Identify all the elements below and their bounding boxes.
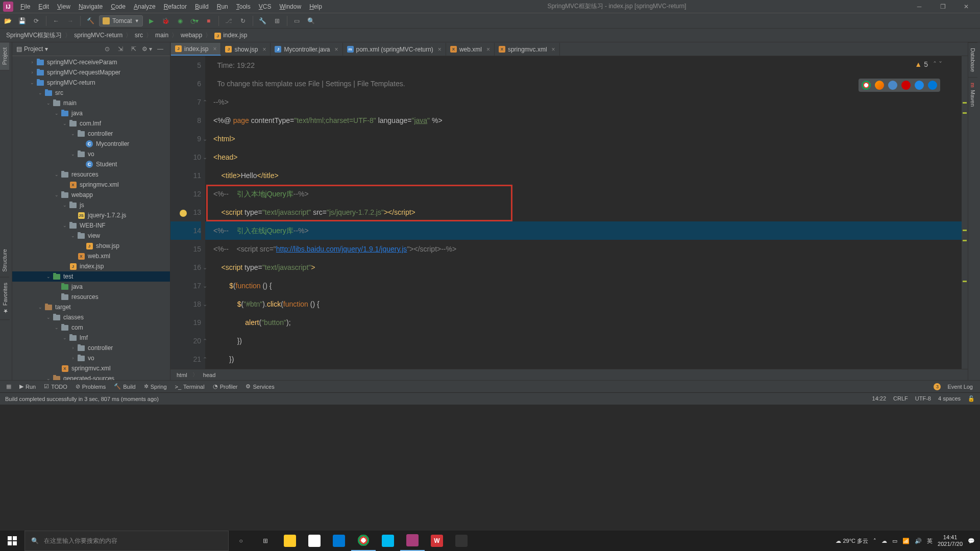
open-icon[interactable]: 📂 [2,15,13,27]
menu-build[interactable]: Build [191,0,213,13]
breadcrumb-item[interactable]: Jindex.jsp [213,32,248,39]
task-view-icon[interactable]: ⊞ [253,531,278,551]
menu-refactor[interactable]: Refactor [160,0,191,13]
run-button[interactable]: ▶ [146,15,157,27]
menu-view[interactable]: View [53,0,75,13]
lock-icon[interactable]: 🔓 [968,395,975,402]
editor-tab[interactable]: mpom.xml (springMVC-return)× [343,43,446,56]
tree-node[interactable]: ⌄classes [12,312,170,322]
tree-node[interactable]: Xspringmvc.xml [12,363,170,373]
event-log-tab[interactable]: Event Log [943,381,977,393]
indent-setting[interactable]: 4 spaces [938,395,961,402]
update-icon[interactable]: ↻ [237,15,249,27]
tree-node[interactable]: ⌄src [12,88,170,98]
editor-tab[interactable]: JMycontroller.java× [271,43,342,56]
build-button[interactable]: 🔨 [85,15,96,27]
notifications-icon[interactable]: 💬 [968,538,975,544]
ime-indicator[interactable]: 英 [927,537,933,545]
tree-node[interactable]: ⌄resources [12,169,170,180]
menu-navigate[interactable]: Navigate [75,0,107,13]
coverage-button[interactable]: ◉ [175,15,186,27]
tree-node[interactable]: java [12,282,170,292]
menu-run[interactable]: Run [213,0,232,13]
tool-window-toggle-icon[interactable]: ▦ [3,381,14,392]
avd-icon[interactable]: ▭ [291,15,303,27]
bulb-icon[interactable] [180,210,187,217]
wps-icon[interactable]: W [425,531,449,551]
settings-icon[interactable]: 🔧 [257,15,268,27]
profile-button[interactable]: ◔▾ [189,15,200,27]
close-tab-icon[interactable]: × [213,45,216,53]
tab-project[interactable]: Project [0,42,9,70]
tool-tab-profiler[interactable]: ◔Profiler [209,381,242,393]
tool-tab-run[interactable]: ▶Run [15,381,40,393]
safari-icon[interactable] [888,81,897,90]
tool-tab-problems[interactable]: ⊘Problems [71,381,110,393]
volume-icon[interactable]: 🔊 [915,538,922,544]
code-line[interactable]: }) [205,332,968,350]
file-encoding[interactable]: UTF-8 [915,395,931,402]
menu-tools[interactable]: Tools [232,0,255,13]
menu-window[interactable]: Window [275,0,305,13]
tab-database[interactable]: Database [968,42,977,77]
code-line[interactable]: alert("button"); [205,313,968,332]
breadcrumb-item[interactable]: main [154,32,169,39]
minimize-button[interactable]: ─ [908,0,931,13]
tree-node[interactable]: ›controller [12,343,170,353]
code-line[interactable]: $(function () { [205,277,968,295]
run-configuration-dropdown[interactable]: Tomcat ▼ [99,15,143,27]
code-line[interactable]: <script type="text/javascript" src="js/j… [205,203,968,221]
close-tab-icon[interactable]: × [334,46,338,53]
code-line[interactable]: --%> [205,93,968,111]
code-line[interactable]: <html> [205,130,968,148]
tree-node[interactable]: resources [12,292,170,302]
cursor-position[interactable]: 14:22 [872,395,887,402]
line-separator[interactable]: CRLF [893,395,908,402]
tree-node[interactable]: JSjquery-1.7.2.js [12,210,170,220]
editor-tab[interactable]: Jindex.jsp× [171,43,221,56]
tree-node[interactable]: Xspringmvc.xml [12,180,170,190]
windows-start-button[interactable] [0,531,24,551]
tree-node[interactable]: CMycontroller [12,139,170,149]
breadcrumb-item[interactable]: SpringMVC框架练习 [5,31,63,40]
tree-node[interactable]: ›vo [12,353,170,363]
qq-icon[interactable] [449,531,474,551]
firefox-icon[interactable] [875,81,884,90]
menu-edit[interactable]: Edit [34,0,53,13]
menu-help[interactable]: Help [305,0,326,13]
expand-all-icon[interactable]: ⇲ [115,43,126,55]
up-icon[interactable]: ˄ [933,60,937,68]
breadcrumb-item[interactable]: src [134,32,144,39]
mail-icon[interactable] [327,531,351,551]
editor-tab[interactable]: Jshow.jsp× [221,43,271,56]
tool-tab-services[interactable]: ⚙Services [241,381,278,393]
menu-vcs[interactable]: VCS [255,0,276,13]
close-tab-icon[interactable]: × [438,46,442,53]
tree-node[interactable]: ⌄js [12,200,170,210]
wifi-icon[interactable]: 📶 [902,538,910,544]
back-button[interactable]: ← [51,15,62,27]
code-line[interactable]: <head> [205,148,968,166]
intellij-taskbar-icon[interactable] [400,531,425,551]
tree-node[interactable]: ⌄generated-sources [12,373,170,380]
breadcrumb-item[interactable]: springMVC-return [73,32,124,39]
tree-node[interactable]: Jshow.jsp [12,241,170,251]
chrome-taskbar-icon[interactable] [351,531,376,551]
tree-node[interactable]: ›springMVC-receiveParam [12,57,170,67]
tree-node[interactable]: ⌄controller [12,129,170,139]
git-branch-icon[interactable]: ⎇ [223,15,234,27]
tree-node[interactable]: ›springMVC-requestMapper [12,67,170,78]
save-icon[interactable]: 💾 [16,15,28,27]
tree-node[interactable]: Jindex.jsp [12,261,170,271]
tool-tab-todo[interactable]: ☑TODO [40,381,71,393]
tree-node[interactable]: ⌄target [12,302,170,312]
breadcrumb-item[interactable]: webapp [180,32,203,39]
code-line[interactable]: }) [205,350,968,368]
close-tab-icon[interactable]: × [552,46,555,53]
tool-tab-terminal[interactable]: >_Terminal [171,381,209,393]
code-line[interactable]: Time: 19:22 [205,56,968,74]
forward-button[interactable]: → [65,15,76,27]
cortana-icon[interactable]: ○ [229,531,253,551]
close-button[interactable]: ✕ [954,0,978,13]
editor-tab[interactable]: Xweb.xml× [446,43,495,56]
